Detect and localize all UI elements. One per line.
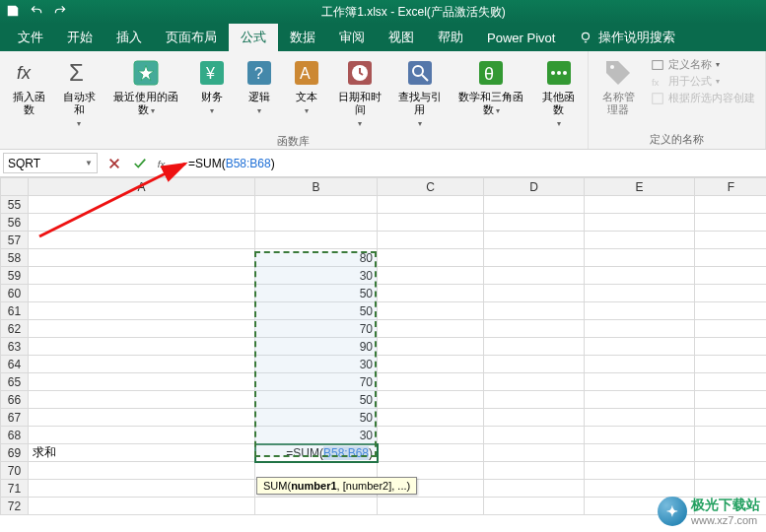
cell-E71[interactable]	[585, 480, 695, 498]
cell-E68[interactable]	[585, 427, 695, 444]
cell-C68[interactable]	[378, 427, 484, 444]
cell-B72[interactable]	[255, 498, 378, 515]
cell-F63[interactable]	[695, 338, 767, 356]
use-in-formula-button[interactable]: fx用于公式 ▾	[651, 74, 755, 89]
cell-D67[interactable]	[484, 409, 585, 427]
autosum-button[interactable]: Σ 自动求和▾	[56, 55, 103, 132]
tab-insert[interactable]: 插入	[104, 24, 154, 51]
cell-B60[interactable]: 50	[255, 285, 378, 302]
cell-A60[interactable]	[29, 285, 255, 302]
cell-E56[interactable]	[585, 214, 695, 232]
cell-D55[interactable]	[484, 196, 585, 214]
tab-layout[interactable]: 页面布局	[154, 24, 229, 51]
col-header-B[interactable]: B	[255, 178, 378, 196]
cell-C60[interactable]	[378, 285, 484, 302]
datetime-button[interactable]: 日期和时间▾	[332, 55, 387, 132]
define-name-button[interactable]: 定义名称 ▾	[651, 57, 755, 72]
cell-D68[interactable]	[484, 427, 585, 444]
cell-D60[interactable]	[484, 285, 585, 302]
cell-C55[interactable]	[378, 196, 484, 214]
cell-B65[interactable]: 70	[255, 373, 378, 391]
name-box[interactable]: SQRT ▼	[3, 153, 98, 173]
name-manager-button[interactable]: 名称管理器	[594, 55, 643, 118]
cell-E62[interactable]	[585, 320, 695, 338]
cell-C56[interactable]	[378, 214, 484, 232]
fx-button[interactable]: fx	[153, 153, 178, 174]
cell-B62[interactable]: 70	[255, 320, 378, 338]
financial-button[interactable]: ¥ 财务▾	[190, 55, 234, 132]
undo-icon[interactable]	[30, 4, 43, 21]
cell-C66[interactable]	[378, 391, 484, 409]
row-header-64[interactable]: 64	[1, 356, 29, 373]
cell-E60[interactable]	[585, 285, 695, 302]
cell-A72[interactable]	[29, 498, 255, 515]
row-header-68[interactable]: 68	[1, 427, 29, 444]
spreadsheet-grid[interactable]: A B C D E F 5556575880593060506150627063…	[0, 177, 766, 515]
cell-D64[interactable]	[484, 356, 585, 373]
row-header-61[interactable]: 61	[1, 302, 29, 320]
redo-icon[interactable]	[53, 4, 67, 21]
cell-D65[interactable]	[484, 373, 585, 391]
tab-view[interactable]: 视图	[377, 24, 426, 51]
row-header-67[interactable]: 67	[1, 409, 29, 427]
tab-review[interactable]: 审阅	[327, 24, 377, 51]
cell-F68[interactable]	[695, 427, 767, 444]
chevron-down-icon[interactable]: ▼	[85, 159, 93, 167]
cell-F64[interactable]	[695, 356, 767, 373]
cell-D66[interactable]	[484, 391, 585, 409]
cell-D63[interactable]	[484, 338, 585, 356]
cell-F70[interactable]	[695, 462, 767, 480]
row-header-71[interactable]: 71	[1, 480, 29, 498]
cell-A66[interactable]	[29, 391, 255, 409]
cell-D57[interactable]	[484, 232, 585, 249]
row-header-62[interactable]: 62	[1, 320, 29, 338]
row-header-63[interactable]: 63	[1, 338, 29, 356]
cell-C65[interactable]	[378, 373, 484, 391]
cell-A65[interactable]	[29, 373, 255, 391]
cell-A56[interactable]	[29, 214, 255, 232]
row-header-65[interactable]: 65	[1, 373, 29, 391]
cell-A55[interactable]	[29, 196, 255, 214]
col-header-E[interactable]: E	[585, 178, 695, 196]
row-header-72[interactable]: 72	[1, 498, 29, 515]
cell-E70[interactable]	[585, 462, 695, 480]
cell-E66[interactable]	[585, 391, 695, 409]
tab-home[interactable]: 开始	[55, 24, 104, 51]
cell-B56[interactable]	[255, 214, 378, 232]
cell-B66[interactable]: 50	[255, 391, 378, 409]
enter-button[interactable]	[127, 153, 153, 174]
cell-E65[interactable]	[585, 373, 695, 391]
cell-C69[interactable]	[378, 444, 484, 462]
col-header-F[interactable]: F	[695, 178, 767, 196]
select-all-corner[interactable]	[1, 178, 29, 196]
cell-B57[interactable]	[255, 232, 378, 249]
cell-F66[interactable]	[695, 391, 767, 409]
cell-E67[interactable]	[585, 409, 695, 427]
cell-B67[interactable]: 50	[255, 409, 378, 427]
row-header-57[interactable]: 57	[1, 232, 29, 249]
cell-A67[interactable]	[29, 409, 255, 427]
recent-functions-button[interactable]: 最近使用的函数 ▾	[106, 55, 186, 132]
cell-C61[interactable]	[378, 302, 484, 320]
cell-E69[interactable]	[585, 444, 695, 462]
cell-E64[interactable]	[585, 356, 695, 373]
cell-B64[interactable]: 30	[255, 356, 378, 373]
cell-A61[interactable]	[29, 302, 255, 320]
cell-F71[interactable]	[695, 480, 767, 498]
logical-button[interactable]: ? 逻辑▾	[238, 55, 281, 132]
tab-help[interactable]: 帮助	[426, 24, 475, 51]
tell-me[interactable]: 操作说明搜索	[567, 24, 687, 51]
cell-F67[interactable]	[695, 409, 767, 427]
math-button[interactable]: θ 数学和三角函数 ▾	[452, 55, 531, 132]
tab-file[interactable]: 文件	[6, 24, 55, 51]
cell-A58[interactable]	[29, 249, 255, 267]
cell-E59[interactable]	[585, 267, 695, 285]
row-header-59[interactable]: 59	[1, 267, 29, 285]
cell-A71[interactable]	[29, 480, 255, 498]
cell-A70[interactable]	[29, 462, 255, 480]
cell-A68[interactable]	[29, 427, 255, 444]
cell-F60[interactable]	[695, 285, 767, 302]
cell-F57[interactable]	[695, 232, 767, 249]
cell-F61[interactable]	[695, 302, 767, 320]
row-header-60[interactable]: 60	[1, 285, 29, 302]
